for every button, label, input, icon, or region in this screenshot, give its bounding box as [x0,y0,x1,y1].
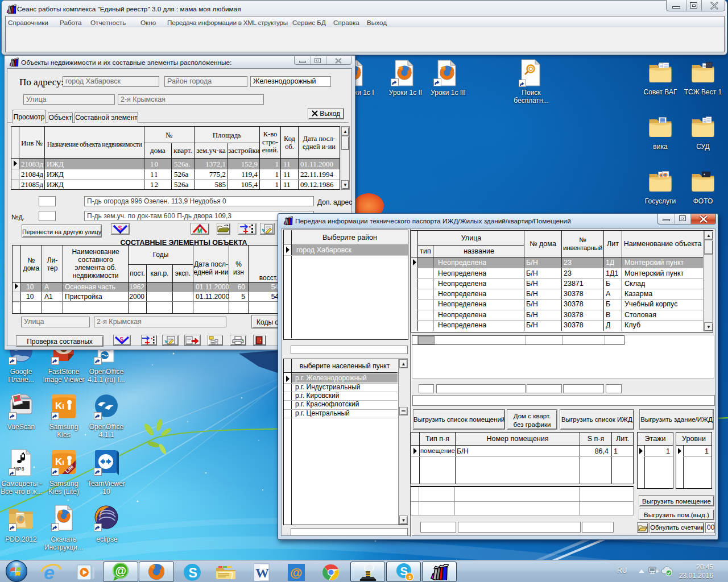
svg-text:1: 1 [408,574,412,580]
svg-text:@: @ [290,566,302,580]
svg-text:@: @ [115,564,127,577]
svg-text:Ki: Ki [55,401,64,411]
svg-text:S: S [118,225,122,231]
svg-text:M: M [197,228,202,234]
svg-text:W: W [255,566,269,580]
svg-text:Ki: Ki [55,456,64,467]
svg-text:S: S [120,336,124,343]
svg-text:S: S [189,566,197,580]
